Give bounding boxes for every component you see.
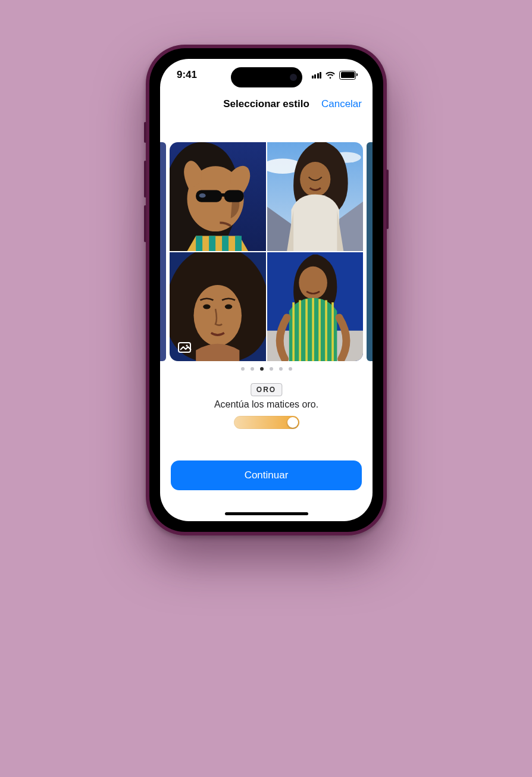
intensity-slider[interactable] <box>234 416 299 429</box>
cancel-button[interactable]: Cancelar <box>321 98 362 110</box>
carousel-peek-next <box>367 142 373 361</box>
cellular-icon <box>312 71 322 79</box>
preview-photo <box>267 252 364 361</box>
page-dot[interactable] <box>289 367 292 371</box>
style-carousel[interactable] <box>160 142 373 361</box>
style-description: Acentúa los matices oro. <box>160 399 373 410</box>
phone-screen: 9:41 Seleccionar estilo Cancelar <box>160 59 373 521</box>
phone-bezel: 9:41 Seleccionar estilo Cancelar <box>149 48 383 532</box>
side-button-power <box>386 170 389 229</box>
nav-title: Seleccionar estilo <box>223 98 309 110</box>
continue-button[interactable]: Continuar <box>171 460 362 490</box>
page-dot[interactable] <box>251 367 254 371</box>
page-dot[interactable] <box>241 367 245 371</box>
preview-photo <box>267 142 364 251</box>
side-button-volume-up <box>144 161 146 198</box>
side-button-silence <box>144 122 146 143</box>
svg-point-19 <box>225 304 232 309</box>
status-time: 9:41 <box>177 69 197 81</box>
gallery-icon[interactable] <box>178 341 193 354</box>
page-dot[interactable] <box>270 367 273 371</box>
svg-rect-8 <box>222 236 229 251</box>
svg-point-15 <box>300 162 330 197</box>
dynamic-island <box>231 67 302 87</box>
svg-point-18 <box>203 304 210 309</box>
page-dot[interactable] <box>279 367 283 371</box>
svg-rect-4 <box>221 193 225 196</box>
page-indicator[interactable] <box>160 367 373 379</box>
side-button-volume-down <box>144 205 146 242</box>
svg-rect-9 <box>235 236 242 251</box>
home-indicator <box>225 512 308 515</box>
page-dot[interactable] <box>260 367 264 371</box>
svg-rect-3 <box>224 190 244 202</box>
battery-icon <box>339 71 356 80</box>
wifi-icon <box>325 71 336 79</box>
svg-rect-6 <box>196 236 202 251</box>
preview-photo <box>170 142 266 251</box>
phone-frame: 9:41 Seleccionar estilo Cancelar <box>146 45 387 535</box>
style-name-badge: ORO <box>251 383 282 396</box>
svg-rect-7 <box>209 236 215 251</box>
nav-bar: Seleccionar estilo Cancelar <box>160 91 373 117</box>
slider-knob[interactable] <box>287 417 298 428</box>
svg-point-5 <box>199 193 206 198</box>
continue-button-label: Continuar <box>245 469 289 481</box>
style-preview-card <box>170 142 363 361</box>
carousel-peek-prev <box>160 142 166 361</box>
svg-point-17 <box>193 285 242 346</box>
svg-point-32 <box>186 344 187 346</box>
